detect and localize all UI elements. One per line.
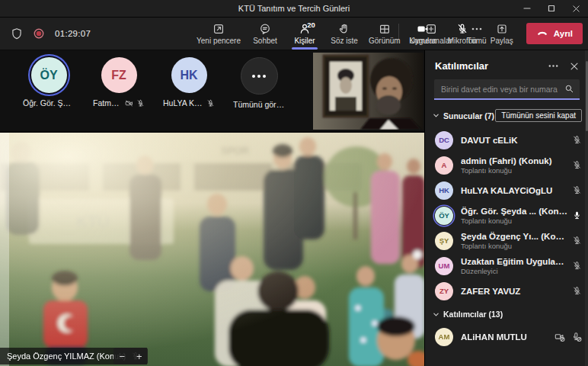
mic-blocked-icon <box>571 332 582 342</box>
hang-up-icon <box>536 28 548 39</box>
mic-muted-icon[interactable] <box>572 135 582 145</box>
filmstrip-tile-oy[interactable]: ÖY Öğr. Gör. Şeyda... <box>23 56 75 109</box>
share-icon <box>496 23 508 35</box>
chat-icon <box>259 23 271 35</box>
participant-row-active-speaker[interactable]: ÖY Öğr. Gör. Şeyda ... (Konuk) Toplantı … <box>425 203 588 228</box>
participant-filmstrip: ÖY Öğr. Gör. Şeyda... FZ Fatma ... <box>0 50 424 131</box>
mic-muted-icon[interactable] <box>572 236 582 246</box>
participant-name: DAVUT cELiK <box>461 136 567 145</box>
avatar: FZ <box>101 57 137 93</box>
people-button[interactable]: 20 Kişiler <box>285 18 324 50</box>
participant-name: ALiHAN MUTLU <box>461 332 550 342</box>
avatar: A <box>435 156 453 175</box>
presenters-section-header: Sunucular (7) Tümünün sesini kapat <box>425 108 588 127</box>
recording-indicator-icon <box>33 27 45 40</box>
participant-row[interactable]: DC DAVUT cELiK <box>425 127 588 152</box>
meeting-stage: ÖY Öğr. Gör. Şeyda... FZ Fatma ... <box>0 50 424 366</box>
filmstrip-label: Tümünü görünt... <box>233 100 285 109</box>
participant-row[interactable]: ŞY Şeyda Özgenç Yı... (Konuk) Toplantı k… <box>425 228 588 253</box>
avatar: HK <box>435 181 453 200</box>
participant-name: Uzaktan Eğitim Uygulama ve Ara... <box>461 257 567 266</box>
participant-role: Toplantı konuğu <box>461 166 567 175</box>
microphone-button[interactable]: Mikrofon <box>443 23 482 45</box>
mic-muted-icon <box>456 23 468 35</box>
new-window-button[interactable]: Yeni pencere <box>192 18 245 50</box>
camera-off-icon <box>125 99 133 108</box>
mic-muted-icon[interactable] <box>572 261 582 271</box>
participant-row[interactable]: AM ALiHAN MUTLU <box>425 324 588 349</box>
speaker-name: Şeyda Özgenç YILMAZ (Konuk) <box>7 352 126 361</box>
zoom-in-button[interactable]: + <box>136 352 142 361</box>
avatar: UM <box>435 257 453 275</box>
title-bar: KTÜ Tanıtım ve Tercih Günleri <box>0 0 588 18</box>
attendees-toggle[interactable]: Katılımcılar (13) <box>433 310 503 319</box>
zoom-out-button[interactable]: − <box>119 352 125 361</box>
camera-button[interactable]: Kamera <box>403 23 443 45</box>
raise-hand-label: Söz iste <box>331 37 358 45</box>
participant-name: Öğr. Gör. Şeyda ... (Konuk) <box>461 207 567 216</box>
raise-hand-button[interactable]: Söz iste <box>324 18 364 50</box>
chat-button[interactable]: Sohbet <box>245 18 285 50</box>
filmstrip-tile-view-all[interactable]: Tümünü görünt... <box>233 56 285 109</box>
mic-muted-icon[interactable] <box>572 185 582 195</box>
panel-more-icon[interactable] <box>548 60 559 72</box>
raise-hand-icon <box>338 23 350 35</box>
avatar: ÖY <box>31 57 67 93</box>
invite-search-box <box>434 79 580 100</box>
chat-label: Sohbet <box>253 37 277 45</box>
attendees-section-header: Katılımcılar (13) <box>425 303 588 324</box>
mic-muted-icon <box>136 99 145 108</box>
chevron-down-icon <box>433 311 439 318</box>
share-button[interactable]: Paylaş <box>482 23 522 45</box>
participant-name: ZAFER YAVUZ <box>461 287 567 296</box>
leave-label: Ayrıl <box>554 29 573 38</box>
people-label: Kişiler <box>294 37 315 45</box>
window-title: KTÜ Tanıtım ve Tercih Günleri <box>0 4 588 13</box>
popout-icon <box>213 23 225 35</box>
avatar: ZY <box>435 282 453 300</box>
participant-name: admin (Fahri) (Konuk) <box>461 156 567 165</box>
participant-row[interactable]: UM Uzaktan Eğitim Uygulama ve Ara... Düz… <box>425 253 588 278</box>
microphone-label: Mikrofon <box>448 37 477 45</box>
people-count-badge: 20 <box>307 21 315 29</box>
participants-panel: Katılımcılar Sunucular (7) Tümünün sesin… <box>424 50 588 366</box>
new-window-label: Yeni pencere <box>197 37 241 45</box>
camera-blocked-icon <box>554 332 565 342</box>
filmstrip-tile-fz[interactable]: FZ Fatma ... <box>93 56 145 109</box>
presenters-toggle[interactable]: Sunucular (7) <box>433 111 494 120</box>
search-icon <box>564 84 574 94</box>
mic-on-icon[interactable] <box>572 210 582 220</box>
participant-role: Düzenleyici <box>461 267 567 275</box>
avatar: AM <box>435 328 453 346</box>
invite-search-input[interactable] <box>439 84 561 95</box>
filmstrip-tile-hk[interactable]: HK HuLYA KAL... <box>163 56 215 109</box>
participant-row[interactable]: A admin (Fahri) (Konuk) Toplantı konuğu <box>425 152 588 178</box>
filmstrip-label: Öğr. Gör. Şeyda... <box>23 98 75 108</box>
view-button[interactable]: Görünüm <box>364 18 405 50</box>
meeting-toolbar: 01:29:07 Yeni pencere Sohbet 20 Kişiler … <box>0 18 588 50</box>
avatar: HK <box>171 57 207 93</box>
chevron-down-icon <box>433 112 439 119</box>
participant-name: HuLYA KALAYCiOgLU <box>461 186 567 195</box>
panel-scrollbar[interactable] <box>585 50 588 366</box>
filmstrip-label: Fatma ... <box>93 98 122 108</box>
self-video-feed <box>313 53 423 130</box>
leave-button[interactable]: Ayrıl <box>526 23 583 44</box>
toolbar-right: Kamera Mikrofon Paylaş Ayrıl <box>395 23 588 45</box>
toolbar-left: 01:29:07 <box>0 27 91 40</box>
teams-meeting-window: KTÜ Tanıtım ve Tercih Günleri 01:29:07 Y… <box>0 0 588 366</box>
meeting-timer: 01:29:07 <box>55 29 91 38</box>
panel-close-icon[interactable] <box>569 61 580 72</box>
avatar: DC <box>435 131 453 149</box>
more-participants-icon <box>241 57 278 95</box>
mic-muted-icon[interactable] <box>572 160 582 170</box>
participant-row[interactable]: ZY ZAFER YAVUZ <box>425 278 588 303</box>
mic-muted-icon[interactable] <box>572 286 582 296</box>
mute-all-button[interactable]: Tümünün sesini kapat <box>495 109 582 122</box>
video-zoom-control: − + <box>113 348 148 364</box>
participant-row[interactable]: HK HuLYA KALAYCiOgLU <box>425 178 588 203</box>
self-video-tile[interactable] <box>313 53 423 130</box>
panel-header: Katılımcılar <box>425 50 588 79</box>
main-video-stage: SPOR KTÜ <box>0 133 424 366</box>
participant-role: Toplantı konuğu <box>461 242 567 250</box>
